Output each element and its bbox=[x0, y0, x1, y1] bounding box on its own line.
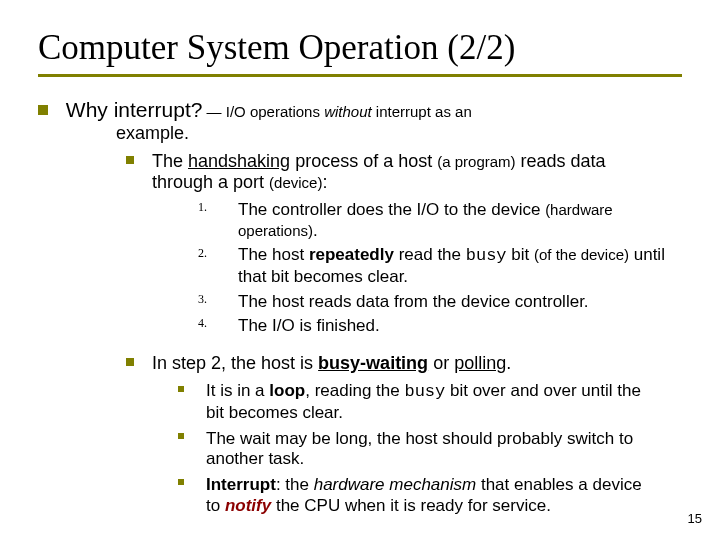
step-4: 4. The I/O is finished. bbox=[198, 314, 682, 336]
step-number: 3. bbox=[198, 292, 222, 307]
square-bullet-icon bbox=[126, 358, 134, 366]
p2-poll: polling bbox=[454, 353, 506, 373]
b3-notify: notify bbox=[225, 496, 271, 515]
bullet-busy-waiting: In step 2, the host is busy-waiting or p… bbox=[126, 351, 682, 375]
hs-handshaking: handshaking bbox=[188, 151, 290, 171]
page-number: 15 bbox=[688, 511, 702, 526]
square-bullet-icon bbox=[178, 386, 184, 392]
b3-hw: hardware mechanism bbox=[314, 475, 477, 494]
why-interrupt-rest1: — I/O operations bbox=[202, 103, 324, 120]
why-interrupt-cont: example. bbox=[116, 123, 682, 145]
square-bullet-icon bbox=[178, 479, 184, 485]
sub-bullet-interrupt: Interrupt: the hardware mechanism that e… bbox=[178, 472, 682, 516]
s4: The I/O is finished. bbox=[238, 316, 682, 337]
hs-colon: : bbox=[322, 172, 327, 192]
step-number: 2. bbox=[198, 246, 222, 261]
step-3: 3. The host reads data from the device c… bbox=[198, 290, 682, 312]
b3-int: Interrupt bbox=[206, 475, 276, 494]
s1c: operations) bbox=[238, 222, 313, 239]
p2a: In step 2, the host is bbox=[152, 353, 318, 373]
s2b: repeatedly bbox=[309, 245, 394, 264]
s2h: that bit becomes clear. bbox=[238, 267, 408, 286]
step-number: 4. bbox=[198, 316, 222, 331]
why-interrupt-lead: Why interrupt? bbox=[66, 98, 203, 121]
hs-paren2: (device) bbox=[269, 174, 322, 191]
hs-d: through a port bbox=[152, 172, 269, 192]
step-number: 1. bbox=[198, 200, 222, 215]
s2e: bit bbox=[507, 245, 534, 264]
b1d: bit becomes clear. bbox=[206, 403, 343, 422]
b3a: : the bbox=[276, 475, 314, 494]
title-rule bbox=[38, 74, 682, 77]
s1b: (hardware bbox=[545, 201, 613, 218]
hs-c: reads data bbox=[516, 151, 606, 171]
bullet-why-interrupt: Why interrupt? — I/O operations without … bbox=[38, 97, 682, 145]
step-2: 2. The host repeatedly read the busy bit… bbox=[198, 244, 682, 288]
square-bullet-icon bbox=[178, 433, 184, 439]
hs-paren1: (a program) bbox=[437, 153, 515, 170]
b1-loop: loop bbox=[269, 381, 305, 400]
sub-bullet-loop: It is in a loop, reading the busy bit ov… bbox=[178, 379, 682, 424]
sub-bullet-wait: The wait may be long, the host should pr… bbox=[178, 426, 682, 470]
p2c: . bbox=[506, 353, 511, 373]
without-word: without bbox=[324, 103, 372, 120]
s2g: until bbox=[629, 245, 665, 264]
s1a: The controller does the I/O to the devic… bbox=[238, 200, 545, 219]
b1a: It is in a bbox=[206, 381, 269, 400]
s2a: The host bbox=[238, 245, 309, 264]
b1c: bit over and over until the bbox=[445, 381, 641, 400]
square-bullet-icon bbox=[126, 156, 134, 164]
b1b: , reading the bbox=[305, 381, 404, 400]
square-bullet-icon bbox=[38, 105, 48, 115]
why-interrupt-rest2: interrupt as an bbox=[372, 103, 472, 120]
s3: The host reads data from the device cont… bbox=[238, 292, 682, 313]
bullet-handshaking: The handshaking process of a host (a pro… bbox=[126, 149, 682, 195]
b1-busy: busy bbox=[404, 382, 445, 401]
s2d: busy bbox=[466, 246, 507, 265]
b2b: another task. bbox=[206, 449, 304, 468]
s2c: read the bbox=[394, 245, 466, 264]
b3c: to bbox=[206, 496, 225, 515]
hs-a: The bbox=[152, 151, 188, 171]
b3d: the CPU when it is ready for service. bbox=[271, 496, 551, 515]
b3b: that enables a device bbox=[476, 475, 641, 494]
b2a: The wait may be long, the host should pr… bbox=[206, 429, 633, 448]
step-1: 1. The controller does the I/O to the de… bbox=[198, 198, 682, 241]
p2b: or bbox=[428, 353, 454, 373]
slide-title: Computer System Operation (2/2) bbox=[38, 28, 682, 68]
hs-b: process of a host bbox=[290, 151, 437, 171]
slide: Computer System Operation (2/2) Why inte… bbox=[0, 0, 720, 540]
p2-bw: busy-waiting bbox=[318, 353, 428, 373]
s1d: . bbox=[313, 221, 318, 240]
s2f: (of the device) bbox=[534, 246, 629, 263]
